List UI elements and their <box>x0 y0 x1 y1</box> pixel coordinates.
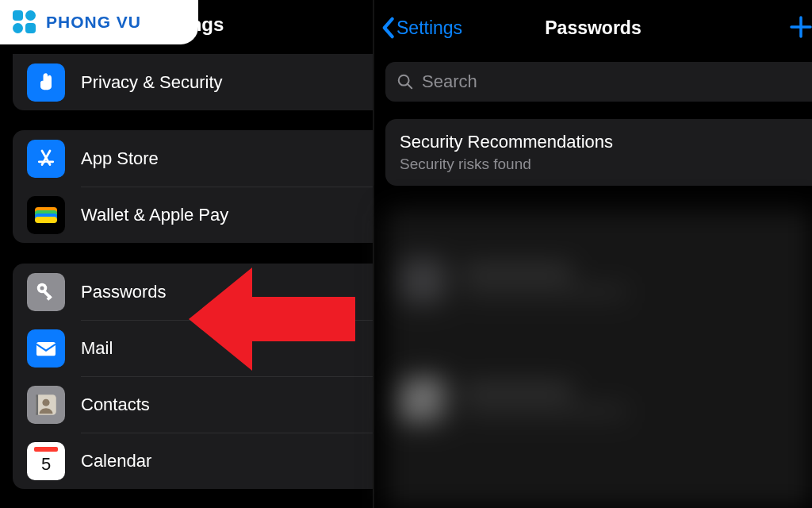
search-placeholder: Search <box>422 71 477 92</box>
row-label: Passwords <box>81 282 167 302</box>
security-recommendations-subtitle: Security risks found <box>400 156 798 173</box>
phongvu-logo-text: PHONG VU <box>46 13 141 32</box>
passwords-header: Settings Passwords <box>374 0 812 56</box>
row-app-store[interactable]: App Store <box>13 130 373 187</box>
add-button[interactable] <box>785 11 812 43</box>
appstore-icon <box>27 140 65 178</box>
row-contacts[interactable]: Contacts <box>13 376 373 433</box>
phongvu-logo-icon <box>11 9 38 36</box>
row-label: Wallet & Apple Pay <box>81 205 228 225</box>
row-wallet-apple-pay[interactable]: Wallet & Apple Pay <box>13 187 373 243</box>
row-label: Contacts <box>81 394 150 415</box>
row-calendar[interactable]: 5 Calendar <box>13 433 373 489</box>
row-privacy-security[interactable]: Privacy & Security <box>13 54 373 110</box>
passwords-title: Passwords <box>545 17 641 39</box>
row-mail[interactable]: Mail <box>13 320 373 376</box>
password-list-blurred <box>385 210 812 508</box>
svg-rect-9 <box>36 342 56 356</box>
svg-rect-12 <box>36 394 38 415</box>
mail-icon <box>27 329 65 368</box>
settings-group-privacy: Privacy & Security <box>13 54 373 110</box>
row-label: Calendar <box>81 451 151 471</box>
key-icon <box>27 273 65 311</box>
back-button[interactable]: Settings <box>381 17 462 39</box>
search-input[interactable]: Search <box>385 62 812 102</box>
settings-group-accounts: Passwords Mail Contacts 5 Calendar <box>13 264 373 489</box>
chevron-left-icon <box>381 17 395 39</box>
wallet-icon <box>27 196 65 234</box>
row-passwords[interactable]: Passwords <box>13 264 373 320</box>
svg-line-17 <box>408 84 412 89</box>
svg-rect-4 <box>35 217 57 223</box>
svg-point-11 <box>42 398 49 406</box>
contacts-icon <box>27 386 65 424</box>
security-recommendations-row[interactable]: Security Recommendations Security risks … <box>385 119 812 186</box>
calendar-icon: 5 <box>27 442 65 480</box>
security-recommendations-title: Security Recommendations <box>400 132 798 152</box>
settings-panel: Settings PHONG VU Privacy & Security App… <box>0 0 374 508</box>
svg-point-6 <box>40 286 44 290</box>
password-item-blurred[interactable] <box>385 233 812 329</box>
row-label: Mail <box>81 338 113 359</box>
password-item-blurred[interactable] <box>385 352 812 448</box>
row-label: App Store <box>81 148 159 169</box>
passwords-panel: Settings Passwords Search Security Recom… <box>374 0 812 508</box>
row-label: Privacy & Security <box>81 72 223 93</box>
back-label: Settings <box>396 17 462 39</box>
settings-group-store: App Store Wallet & Apple Pay <box>13 130 373 243</box>
phongvu-logo: PHONG VU <box>0 0 198 44</box>
plus-icon <box>785 11 812 43</box>
hand-icon <box>27 64 65 102</box>
search-icon <box>396 73 414 90</box>
